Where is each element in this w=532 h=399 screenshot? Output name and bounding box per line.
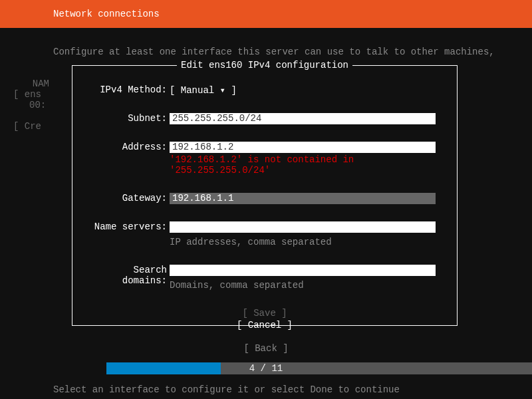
searchdomains-label: Search domains:: [84, 265, 170, 286]
progress-text: 4 / 11: [0, 362, 532, 374]
searchdomains-hint: Domains, comma separated: [170, 280, 445, 291]
bg-text-mac: 00:: [29, 100, 46, 110]
address-label: Address:: [84, 142, 170, 152]
back-button[interactable]: [ Back ]: [0, 343, 532, 354]
header-bar: Network connections: [0, 0, 532, 28]
nameservers-input[interactable]: [170, 221, 436, 233]
bg-text-ens: [ ens: [13, 89, 41, 100]
searchdomains-input[interactable]: [170, 265, 436, 276]
nameservers-label: Name servers:: [84, 221, 170, 232]
bg-text-cre: [ Cre: [13, 121, 41, 132]
subnet-input[interactable]: 255.255.255.0/24: [170, 113, 436, 124]
gateway-label: Gateway:: [84, 193, 170, 203]
ipv4-config-dialog: Edit ens160 IPv4 configuration IPv4 Meth…: [72, 65, 458, 326]
address-error: '192.168.1.2' is not contained in '255.2…: [170, 154, 445, 176]
method-label: IPv4 Method:: [84, 84, 170, 95]
dialog-title: Edit ens160 IPv4 configuration: [177, 60, 352, 70]
instruction-text: Configure at least one interface this se…: [0, 28, 532, 57]
nameservers-hint: IP addresses, comma separated: [170, 237, 445, 247]
address-input[interactable]: 192.168.1.2: [170, 142, 436, 153]
gateway-input[interactable]: 192.168.1.1: [170, 193, 436, 204]
ipv4-method-dropdown[interactable]: [ Manual ▾ ]: [170, 85, 237, 96]
page-title: Network connections: [53, 9, 160, 19]
bg-text-nam: NAM: [29, 78, 49, 89]
cancel-button[interactable]: [ Cancel ]: [84, 320, 445, 331]
subnet-label: Subnet:: [84, 113, 170, 124]
bottom-instruction: Select an interface to configure it or s…: [53, 384, 400, 395]
save-button[interactable]: [ Save ]: [84, 308, 445, 319]
